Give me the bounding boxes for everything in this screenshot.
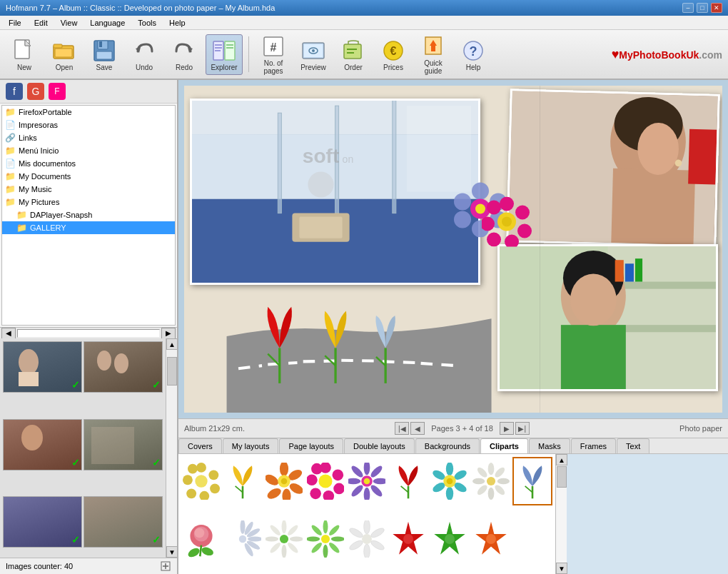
maximize-button[interactable]: □: [697, 3, 708, 13]
prices-button[interactable]: € Prices: [375, 34, 412, 75]
svg-point-153: [476, 483, 489, 496]
tree-item[interactable]: 📁 Menú Inicio: [2, 144, 175, 157]
tree-item[interactable]: 📁 DAPlayer-Snapsh: [2, 208, 175, 221]
cliparts-scroll-track[interactable]: [556, 465, 567, 563]
tab-page-layouts[interactable]: Page layouts: [279, 438, 343, 453]
no-pages-button[interactable]: # No. of pages: [255, 30, 292, 79]
cliparts-scroll-down[interactable]: ▼: [556, 563, 567, 574]
save-icon: [91, 38, 117, 64]
explorer-button[interactable]: Explorer: [206, 34, 243, 75]
save-button[interactable]: Save: [86, 34, 123, 75]
tab-cliparts[interactable]: Cliparts: [480, 438, 528, 453]
svg-point-156: [487, 477, 495, 485]
quick-guide-button[interactable]: Quick guide: [415, 30, 452, 79]
scroll-right-btn[interactable]: ▶: [161, 328, 176, 339]
google-button[interactable]: G: [27, 83, 44, 100]
tree-item[interactable]: 📁 My Pictures: [2, 196, 175, 208]
tree-item[interactable]: 📄 Mis documentos: [2, 157, 175, 170]
clipart-purple-daisy[interactable]: [347, 457, 387, 505]
menu-tools[interactable]: Tools: [132, 17, 162, 29]
scroll-thumb[interactable]: [167, 357, 177, 386]
photo-thumbnail[interactable]: ✓: [3, 419, 82, 470]
clipart-white-star[interactable]: [223, 515, 263, 563]
nav-last-button[interactable]: ▶|: [515, 422, 530, 435]
flickr-button[interactable]: F: [49, 83, 66, 100]
tab-covers[interactable]: Covers: [178, 438, 222, 453]
undo-button[interactable]: Undo: [126, 34, 163, 75]
clipart-white-flower[interactable]: [471, 457, 511, 505]
clipart-blue-tulip[interactable]: [512, 457, 552, 505]
close-button[interactable]: ✕: [711, 3, 722, 13]
clipart-flower-pink[interactable]: [482, 197, 532, 249]
clipart-white-simple[interactable]: [347, 515, 387, 563]
photo-thumbnail[interactable]: ✓: [3, 496, 82, 548]
tree-item[interactable]: 📁 My Music: [2, 183, 175, 196]
menu-file[interactable]: File: [3, 17, 27, 29]
album-divider: [540, 86, 540, 413]
tab-double-layouts[interactable]: Double layouts: [344, 438, 415, 453]
scroll-down-btn[interactable]: ▼: [166, 546, 177, 558]
facebook-button[interactable]: f: [6, 83, 23, 100]
menu-edit[interactable]: Edit: [29, 17, 54, 29]
tree-item[interactable]: 🔗 Links: [2, 131, 175, 144]
svg-point-173: [286, 524, 299, 537]
nav-first-button[interactable]: |◀: [395, 422, 409, 435]
quick-guide-label: Quick guide: [417, 59, 450, 75]
svg-point-185: [323, 545, 328, 558]
file-tree[interactable]: 📁 FirefoxPortable 📄 Impresoras 🔗 Links 📁…: [1, 105, 176, 326]
tree-item-gallery[interactable]: 📁 GALLERY: [2, 221, 175, 234]
tree-item[interactable]: 📄 Impresoras: [2, 119, 175, 131]
clipart-rose[interactable]: [181, 515, 221, 563]
cliparts-scrollbar[interactable]: ▲ ▼: [555, 454, 567, 574]
scroll-left-btn[interactable]: ◀: [1, 328, 16, 339]
clipart-red-starburst[interactable]: [388, 515, 428, 563]
tree-item[interactable]: 📁 My Documents: [2, 170, 175, 183]
photo-thumbnail[interactable]: ✓: [3, 341, 82, 393]
clipart-yellow-flower[interactable]: [181, 457, 221, 505]
tree-item[interactable]: 📁 FirefoxPortable: [2, 106, 175, 119]
tab-masks[interactable]: Masks: [529, 438, 570, 453]
new-button[interactable]: New: [6, 34, 43, 75]
menu-view[interactable]: View: [55, 17, 84, 29]
tab-my-layouts[interactable]: My layouts: [223, 438, 279, 453]
clipart-orange-flower[interactable]: [264, 457, 304, 505]
clipart-pink-flower[interactable]: [305, 457, 345, 505]
nav-prev-button[interactable]: ◀: [410, 422, 425, 435]
svg-rect-57: [611, 168, 695, 246]
photo-thumbnail[interactable]: ✓: [84, 496, 163, 548]
cliparts-scroll-thumb[interactable]: [557, 466, 567, 488]
order-button[interactable]: Order: [335, 34, 372, 75]
clipart-green-starburst[interactable]: [430, 515, 470, 563]
horizontal-scrollbar[interactable]: [17, 329, 160, 338]
svg-point-99: [487, 201, 501, 215]
photo-thumbnail[interactable]: ✓: [84, 419, 163, 470]
cliparts-scroll-up[interactable]: ▲: [556, 454, 567, 465]
menu-language[interactable]: Language: [84, 17, 131, 29]
photo-thumbnail[interactable]: ✓: [84, 341, 163, 393]
title-text: Hofmann 7.7 – Album :: Classic :: Develo…: [6, 4, 275, 12]
vertical-scrollbar[interactable]: ▲ ▼: [166, 338, 177, 558]
tab-text[interactable]: Text: [617, 438, 649, 453]
redo-button[interactable]: Redo: [166, 34, 203, 75]
clipart-white-daisy[interactable]: [264, 515, 304, 563]
tab-frames[interactable]: Frames: [571, 438, 616, 453]
preview-button[interactable]: Preview: [295, 34, 332, 75]
svg-point-195: [348, 526, 364, 539]
canvas-area: soft on: [178, 80, 728, 574]
open-button[interactable]: Open: [46, 34, 83, 75]
clipart-tulip-yellow[interactable]: [223, 457, 263, 505]
clipart-red-tulip[interactable]: [388, 457, 428, 505]
clipart-orange-starburst[interactable]: [471, 515, 511, 563]
menu-help[interactable]: Help: [163, 17, 191, 29]
clipart-green-daisy[interactable]: [305, 515, 345, 563]
nav-next-button[interactable]: ▶: [500, 422, 514, 435]
minimize-button[interactable]: –: [682, 3, 694, 13]
scroll-up-btn[interactable]: ▲: [166, 338, 177, 350]
svg-rect-14: [215, 47, 222, 49]
help-button[interactable]: ? Help: [455, 34, 492, 75]
tab-backgrounds[interactable]: Backgrounds: [415, 438, 480, 453]
svg-point-152: [488, 488, 495, 500]
album-canvas[interactable]: soft on: [178, 80, 728, 418]
svg-point-161: [194, 528, 204, 538]
clipart-cyan-flower[interactable]: [430, 457, 470, 505]
